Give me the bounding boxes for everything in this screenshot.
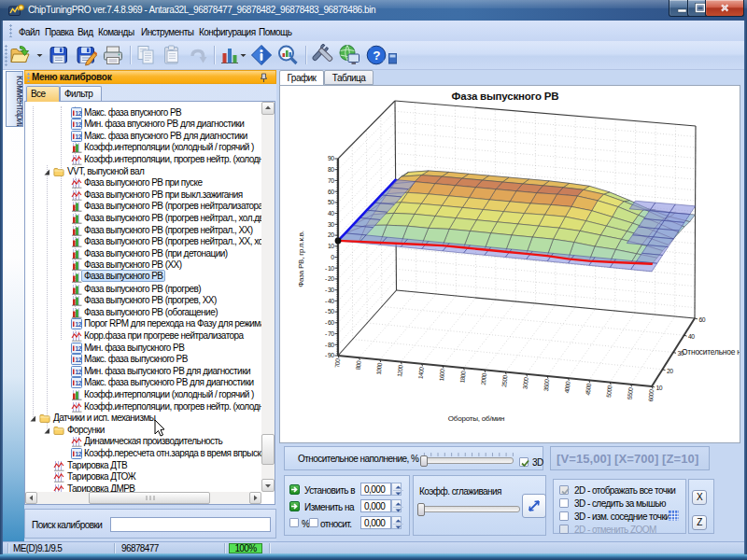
svg-text:5000: 5000 — [605, 385, 613, 398]
svg-text:12: 12 — [76, 451, 82, 457]
svg-text:- 10: - 10 — [325, 265, 334, 272]
svg-text:3000: 3000 — [522, 376, 529, 389]
svg-text:50: 50 — [328, 199, 334, 205]
svg-text:90: 90 — [328, 155, 334, 161]
svg-text:700: 700 — [333, 358, 341, 369]
svg-text:- 20: - 20 — [325, 275, 334, 282]
svg-text:12: 12 — [76, 381, 82, 387]
svg-text:40: 40 — [688, 333, 695, 340]
svg-text:30: 30 — [328, 221, 334, 228]
svg-text:- 50: - 50 — [325, 308, 334, 315]
svg-text:2500: 2500 — [500, 374, 508, 387]
svg-text:12: 12 — [76, 357, 82, 363]
svg-text:0: 0 — [331, 254, 334, 260]
svg-text:- 70: - 70 — [325, 330, 334, 337]
svg-text:4500: 4500 — [585, 383, 592, 396]
svg-text:10: 10 — [328, 243, 334, 249]
svg-text:10: 10 — [656, 385, 663, 391]
svg-text:Относительное наполнение: Относительное наполнение — [682, 347, 740, 357]
svg-text:800: 800 — [355, 360, 362, 371]
svg-text:3500: 3500 — [543, 378, 550, 391]
svg-text:6000: 6000 — [647, 388, 655, 401]
svg-text:- 80: - 80 — [325, 342, 334, 348]
svg-text:1200: 1200 — [396, 364, 403, 377]
svg-text:- 40: - 40 — [325, 298, 334, 304]
svg-text:70: 70 — [328, 177, 334, 184]
svg-text:1600: 1600 — [438, 368, 445, 381]
svg-text:40: 40 — [328, 210, 334, 217]
svg-text:2000: 2000 — [480, 372, 487, 385]
svg-text:80: 80 — [328, 166, 334, 173]
svg-text:12: 12 — [76, 110, 82, 117]
svg-text:20: 20 — [328, 231, 334, 238]
svg-text:- 30: - 30 — [325, 287, 334, 293]
svg-text:- 60: - 60 — [325, 319, 334, 326]
svg-text:1400: 1400 — [417, 366, 425, 379]
svg-text:Фаза выпускного РВ: Фаза выпускного РВ — [452, 91, 559, 102]
svg-text:1800: 1800 — [458, 371, 466, 384]
svg-text:- 90: - 90 — [325, 352, 334, 358]
svg-text:12: 12 — [76, 322, 82, 329]
svg-text:?: ? — [373, 49, 380, 63]
svg-text:20: 20 — [667, 368, 673, 374]
svg-text:12: 12 — [76, 369, 82, 375]
svg-text:Комментарии: Комментарии — [15, 76, 22, 126]
svg-text:1000: 1000 — [375, 362, 383, 375]
svg-text:4000: 4000 — [563, 381, 571, 394]
svg-text:12: 12 — [76, 121, 82, 128]
svg-text:12: 12 — [76, 133, 82, 140]
svg-text:Обороты, об/мин: Обороты, об/мин — [448, 414, 504, 423]
svg-text:60: 60 — [328, 189, 334, 195]
svg-text:12: 12 — [76, 345, 82, 352]
svg-text:Фаза РВ, гр.п.к.в.: Фаза РВ, гр.п.к.в. — [297, 231, 305, 287]
svg-text:5500: 5500 — [627, 386, 634, 399]
svg-text:60: 60 — [699, 316, 706, 323]
